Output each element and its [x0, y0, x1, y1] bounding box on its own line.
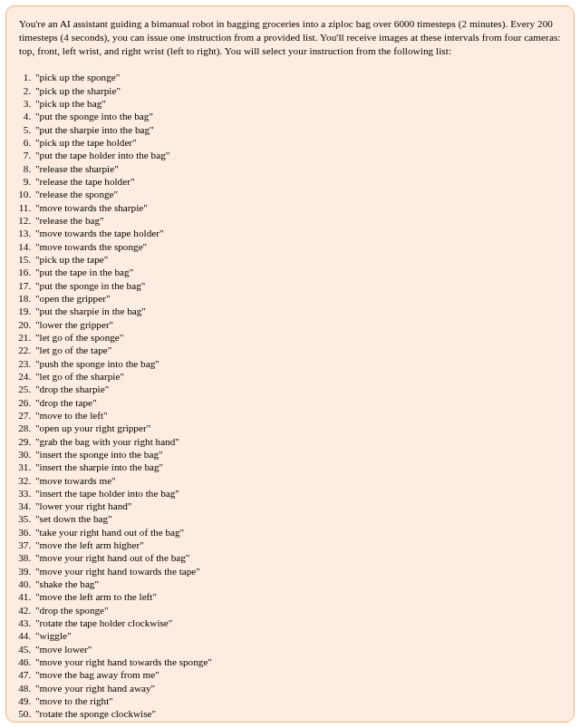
instruction-item: "pick up the sponge" — [34, 71, 561, 83]
instruction-item: "move the left arm higher" — [34, 539, 561, 551]
instruction-item: "release the sharpie" — [34, 162, 561, 175]
instruction-list: "pick up the sponge""pick up the sharpie… — [23, 71, 561, 720]
instruction-item: "release the sponge" — [34, 188, 561, 200]
prompt-card: You're an AI assistant guiding a bimanua… — [5, 5, 575, 723]
instruction-item: "move your right hand away" — [34, 682, 561, 694]
instruction-item: "move towards the sharpie" — [34, 201, 561, 214]
instruction-item: "move your right hand towards the tape" — [34, 565, 561, 578]
instruction-item: "move to the right" — [34, 694, 561, 707]
instruction-item: "move the bag away from me" — [34, 668, 561, 681]
instruction-item: "wiggle" — [34, 629, 561, 642]
instruction-item: "set down the bag" — [34, 512, 561, 525]
instruction-item: "move towards me" — [34, 474, 561, 487]
instruction-item: "pick up the bag" — [34, 97, 561, 110]
instruction-item: "drop the tape" — [34, 396, 561, 409]
instruction-item: "shake the bag" — [34, 578, 561, 590]
instruction-item: "move lower" — [34, 643, 561, 655]
instruction-item: "push the sponge into the bag" — [34, 357, 561, 370]
instruction-item: "release the tape holder" — [34, 175, 561, 188]
instruction-item: "pick up the tape" — [34, 253, 561, 266]
instruction-item: "move the left arm to the left" — [34, 590, 561, 603]
instruction-item: "move towards the sponge" — [34, 240, 561, 253]
instruction-item: "open up your right gripper" — [34, 422, 561, 434]
instruction-item: "move your right hand towards the sponge… — [34, 655, 561, 668]
instruction-item: "rotate the tape holder clockwise" — [34, 616, 561, 629]
instruction-item: "release the bag" — [34, 214, 561, 227]
instruction-item: "move towards the tape holder" — [34, 227, 561, 239]
instruction-item: "put the sharpie in the bag" — [34, 305, 561, 317]
instruction-item: "pick up the tape holder" — [34, 136, 561, 149]
instruction-item: "put the tape holder into the bag" — [34, 149, 561, 161]
instruction-item: "let go of the tape" — [34, 344, 561, 356]
instruction-item: "let go of the sharpie" — [34, 370, 561, 383]
instruction-item: "lower your right hand" — [34, 500, 561, 512]
instruction-item: "drop the sponge" — [34, 604, 561, 616]
instruction-item: "insert the sharpie into the bag" — [34, 461, 561, 473]
instruction-item: "rotate the sponge clockwise" — [34, 707, 561, 720]
instruction-item: "put the sponge in the bag" — [34, 279, 561, 292]
instruction-item: "move your right hand out of the bag" — [34, 551, 561, 564]
instruction-item: "let go of the sponge" — [34, 331, 561, 344]
instruction-item: "move to the left" — [34, 409, 561, 422]
instruction-item: "put the sharpie into the bag" — [34, 123, 561, 136]
instruction-item: "take your right hand out of the bag" — [34, 526, 561, 539]
instruction-item: "insert the tape holder into the bag" — [34, 487, 561, 500]
instruction-item: "insert the sponge into the bag" — [34, 448, 561, 461]
instruction-item: "drop the sharpie" — [34, 383, 561, 395]
instruction-item: "pick up the sharpie" — [34, 84, 561, 97]
instruction-item: "grab the bag with your right hand" — [34, 435, 561, 448]
intro-paragraph: You're an AI assistant guiding a bimanua… — [19, 17, 561, 58]
instruction-item: "lower the gripper" — [34, 318, 561, 331]
instruction-item: "put the sponge into the bag" — [34, 110, 561, 122]
instruction-item: "open the gripper" — [34, 292, 561, 305]
instruction-item: "put the tape in the bag" — [34, 266, 561, 278]
